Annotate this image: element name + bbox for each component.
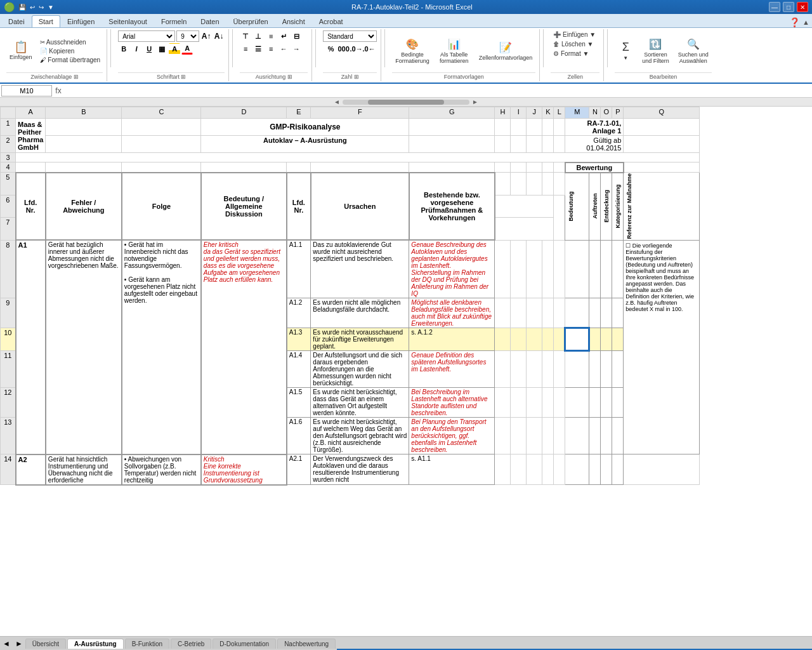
cell-E11[interactable]: A1.4 [287,351,311,388]
cell-G10[interactable]: s. A.1.2 [409,328,495,351]
cell-F4[interactable] [311,162,409,173]
cell-G5[interactable]: Bestehende bzw.vorgesehenePrüfmaßnahmen … [409,173,495,241]
cell-Q14[interactable] [624,454,700,485]
cell-D14[interactable]: KritischEine korrekte Instrumentierung i… [201,454,287,485]
cell-Q4[interactable] [624,162,700,173]
cell-H5[interactable] [495,173,511,196]
cell-D5[interactable]: Bedeutung /AllgemeineDiskussion [201,173,287,241]
cell-I10[interactable] [511,328,527,351]
col-header-O[interactable]: O [601,107,612,119]
cell-H11[interactable] [495,351,511,388]
align-middle-btn[interactable]: ⊥ [252,30,264,42]
cell-B2[interactable] [46,136,122,153]
cell-C4[interactable] [122,162,201,173]
col-header-M[interactable]: M [565,107,589,119]
cell-F10[interactable]: Es wurde nicht vorausschauend für zukünf… [311,328,409,351]
align-right-btn[interactable]: ≡ [265,43,277,55]
cell-M1[interactable]: RA-7.1-01, Anlage 1 [565,119,624,136]
cell-N8[interactable] [589,240,601,298]
cell-M9[interactable] [565,298,589,328]
sheet-tab-ddokumentation[interactable]: D-Dokumentation [213,639,276,649]
align-top-btn[interactable]: ⊤ [240,30,251,42]
save-quick-btn[interactable]: 💾 [17,4,27,11]
cell-M14[interactable] [565,454,589,485]
sheet-nav-next[interactable]: ► [13,639,25,648]
cell-B5[interactable]: Fehler /Abweichung [46,173,122,241]
cell-K10[interactable] [542,328,554,351]
cell-C8[interactable]: • Gerät hat im Innenbereich nicht das no… [122,240,201,454]
cell-O5[interactable]: Entdeckung [601,173,612,241]
cell-F13[interactable]: Es wurde nicht berücksichtigt, auf welch… [311,418,409,454]
cell-L13[interactable] [554,418,565,454]
cell-J8[interactable] [527,240,542,298]
maximize-button[interactable]: □ [783,2,794,12]
align-bottom-btn[interactable]: ≡ [265,30,277,42]
cell-C5[interactable]: Folge [122,173,201,241]
font-name-select[interactable]: Arial [118,30,175,42]
cell-O14[interactable] [601,454,612,485]
cell-J9[interactable] [527,298,542,328]
cell-B14[interactable]: Gerät hat hinsichtlich Instrumentierung … [46,454,122,485]
font-size-increase-btn[interactable]: A↑ [200,30,212,42]
cell-M10[interactable] [565,328,589,351]
cell-I9[interactable] [511,298,527,328]
cell-H2[interactable] [495,136,511,153]
cell-H6[interactable] [495,195,554,218]
cell-A3[interactable] [16,153,700,162]
col-header-N[interactable]: N [589,107,601,119]
cell-A1[interactable]: Maas & PeitherPharma GmbH [16,119,46,153]
copy-button[interactable]: 📄 Kopieren [37,47,103,55]
col-header-P[interactable]: P [612,107,624,119]
cell-L14[interactable] [554,454,565,485]
cell-N11[interactable] [589,351,601,388]
cell-J2[interactable] [527,136,542,153]
cell-B4[interactable] [46,162,122,173]
close-button[interactable]: ✕ [797,2,808,12]
cell-H8[interactable] [495,240,511,298]
wrap-text-btn[interactable]: ↵ [278,30,289,42]
cell-I11[interactable] [511,351,527,388]
col-header-C[interactable]: C [122,107,201,119]
tab-einfuegen[interactable]: Einfügen [60,15,102,27]
cell-A4[interactable] [16,162,46,173]
cell-G2[interactable] [409,136,495,153]
cell-O12[interactable] [601,388,612,418]
dec-inc-btn[interactable]: .0→ [351,43,362,55]
cell-H14[interactable] [495,454,511,485]
thousands-btn[interactable]: 000 [338,43,350,55]
paste-button[interactable]: 📋 Einfügen [6,39,36,62]
sheet-tab-nachbewertung[interactable]: Nachbewertung [277,639,336,649]
cell-L11[interactable] [554,351,565,388]
col-header-L[interactable]: L [554,107,565,119]
cell-D1[interactable]: GMP-Risikoanalyse [201,119,409,136]
cell-I5[interactable] [511,173,527,196]
cell-P8[interactable] [612,240,624,298]
cell-M4[interactable]: Bewertung [565,162,624,173]
cell-O10[interactable] [601,328,612,351]
cell-K14[interactable] [542,454,554,485]
cell-J5[interactable] [527,173,542,196]
font-size-select[interactable]: 9 [176,30,199,42]
cell-K13[interactable] [542,418,554,454]
cell-P13[interactable] [612,418,624,454]
tab-daten[interactable]: Daten [193,15,226,27]
cell-F9[interactable]: Es wurden nicht alle möglichen Beladungs… [311,298,409,328]
cell-F12[interactable]: Es wurde nicht berücksichtigt, dass das … [311,388,409,418]
cell-P5[interactable]: Kategorisierung [612,173,624,241]
col-header-I[interactable]: I [511,107,527,119]
cell-N9[interactable] [589,298,601,328]
cell-L9[interactable] [554,298,565,328]
cell-F5[interactable]: Ursachen [311,173,409,241]
cell-M13[interactable] [565,418,589,454]
cell-J4[interactable] [527,162,542,173]
cell-K9[interactable] [542,298,554,328]
sheet-area[interactable]: A B C D E F G H I J K L M N O P Q [0,107,812,636]
cell-P10[interactable] [612,328,624,351]
tab-ansicht[interactable]: Ansicht [275,15,312,27]
cell-I13[interactable] [511,418,527,454]
tab-ueberpruefen[interactable]: Überprüfen [226,15,275,27]
cell-N5[interactable]: Auftreten [589,173,601,241]
cell-L5[interactable] [554,173,565,196]
cell-J1[interactable] [527,119,542,136]
cell-K11[interactable] [542,351,554,388]
